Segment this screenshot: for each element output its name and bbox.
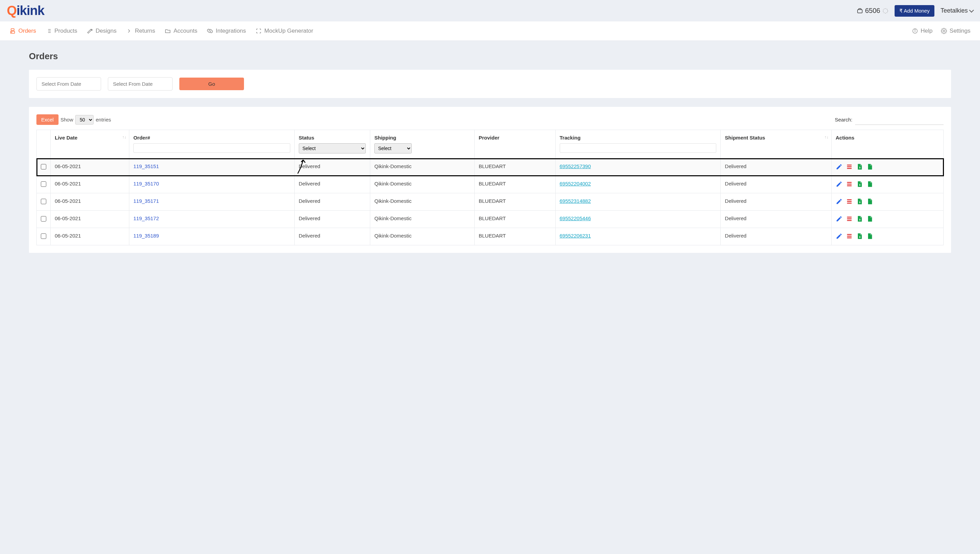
nav-item-products[interactable]: Products [46,21,77,40]
nav-help-label: Help [921,27,933,34]
cell-tracking: 69552206231 [555,228,721,245]
cell-shipping: Qikink-Domestic [370,193,474,211]
printer-icon [10,28,16,34]
pdf-icon[interactable]: ⬇ [856,163,864,171]
cell-status: Delivered [294,176,370,193]
row-checkbox[interactable] [41,181,46,187]
export-excel-button[interactable]: Excel [37,115,59,125]
col-live-date-label: Live Date [55,135,78,140]
svg-text:⬇: ⬇ [859,184,861,186]
order-link[interactable]: 119_35171 [134,198,159,204]
row-checkbox-cell [37,159,51,176]
cell-actions: ⬇ [831,211,943,228]
col-status[interactable]: Status Select [294,130,370,159]
col-tracking[interactable]: Tracking [555,130,721,159]
file-icon[interactable] [866,198,874,205]
pdf-icon[interactable]: ⬇ [856,198,864,205]
row-checkbox[interactable] [41,216,46,221]
col-shipping[interactable]: Shipping Select [370,130,474,159]
nav-item-mockup-generator[interactable]: MockUp Generator [256,21,313,40]
cell-shipping: Qikink-Domestic [370,228,474,245]
cell-status: Delivered [294,193,370,211]
edit-icon[interactable] [836,181,843,188]
tracking-link[interactable]: 69552205446 [560,215,591,221]
go-button[interactable]: Go [179,78,244,90]
col-order[interactable]: Order# [129,130,294,159]
order-link[interactable]: 119_35189 [134,233,159,239]
row-checkbox-cell [37,193,51,211]
col-shipment-status[interactable]: Shipment Status ↑↓ [721,130,831,159]
list-icon [46,28,52,34]
nav-item-orders[interactable]: Orders [10,21,36,40]
chevron-right-icon [126,28,132,34]
pdf-icon[interactable]: ⬇ [856,233,864,240]
tracking-link[interactable]: 69552206231 [560,233,591,239]
pdf-icon[interactable]: ⬇ [856,215,864,223]
tracking-link[interactable]: 69552257390 [560,163,591,169]
to-date-input[interactable] [108,77,172,91]
lines-icon[interactable] [846,181,853,188]
nav-settings-label: Settings [950,27,970,34]
file-icon[interactable] [866,181,874,188]
cell-actions: ⬇ [831,228,943,245]
shipping-filter-select[interactable]: Select [374,143,412,153]
cell-provider: BLUEDART [474,211,555,228]
col-provider[interactable]: Provider [474,130,555,159]
gear-icon [941,28,947,34]
lines-icon[interactable] [846,198,853,205]
edit-icon[interactable] [836,215,843,223]
fullscreen-icon [256,28,262,34]
edit-icon[interactable] [836,198,843,205]
user-menu[interactable]: Teetalkies [940,7,973,14]
cell-tracking: 69552205446 [555,211,721,228]
status-filter-select[interactable]: Select [299,143,366,153]
col-actions: Actions [831,130,943,159]
tracking-link[interactable]: 69552314882 [560,198,591,204]
nav-help[interactable]: Help [912,21,933,40]
file-icon[interactable] [866,163,874,171]
cell-live-date: 06-05-2021 [51,176,129,193]
row-checkbox[interactable] [41,164,46,169]
row-checkbox[interactable] [41,199,46,204]
orders-table-card: Excel Show 50 entries Search: Live Date … [29,107,951,253]
edit-icon[interactable] [836,233,843,240]
order-link[interactable]: 119_35151 [134,163,159,169]
order-link[interactable]: 119_35170 [134,181,159,186]
table-row: 06-05-2021119_35151DeliveredQikink-Domes… [37,159,943,176]
tracking-link[interactable]: 69552204002 [560,181,591,186]
order-link[interactable]: 119_35172 [134,215,159,221]
nav-item-integrations[interactable]: Integrations [207,21,246,40]
page-title: Orders [29,51,951,62]
refresh-icon[interactable] [882,8,888,14]
page-size-select[interactable]: 50 [75,115,94,124]
col-live-date[interactable]: Live Date ↑↓ [51,130,129,159]
chevron-down-icon [969,8,974,12]
tracking-filter-input[interactable] [560,143,717,153]
nav-item-designs[interactable]: Designs [87,21,116,40]
edit-icon[interactable] [836,163,843,171]
order-filter-input[interactable] [134,143,290,153]
table-row: 06-05-2021119_35172DeliveredQikink-Domes… [37,211,943,228]
table-row: 06-05-2021119_35170DeliveredQikink-Domes… [37,176,943,193]
col-shipment-status-label: Shipment Status [725,135,765,140]
cell-shipment-status: Delivered [721,211,831,228]
svg-text:⬇: ⬇ [859,236,861,238]
svg-rect-2 [11,29,14,30]
row-checkbox[interactable] [41,234,46,239]
file-icon[interactable] [866,215,874,223]
pdf-icon[interactable]: ⬇ [856,181,864,188]
wallet-balance[interactable]: 6506 [857,7,888,14]
lines-icon[interactable] [846,233,853,240]
nav-item-returns[interactable]: Returns [126,21,155,40]
nav-settings[interactable]: Settings [941,21,970,40]
from-date-input[interactable] [37,77,101,91]
nav-item-accounts[interactable]: Accounts [165,21,197,40]
lines-icon[interactable] [846,215,853,223]
row-checkbox-cell [37,228,51,245]
lines-icon[interactable] [846,163,853,171]
search-input[interactable] [855,115,943,125]
file-icon[interactable] [866,233,874,240]
nav-item-label: Designs [95,27,116,34]
add-money-button[interactable]: ₹ Add Money [894,5,934,17]
svg-point-4 [11,32,12,33]
